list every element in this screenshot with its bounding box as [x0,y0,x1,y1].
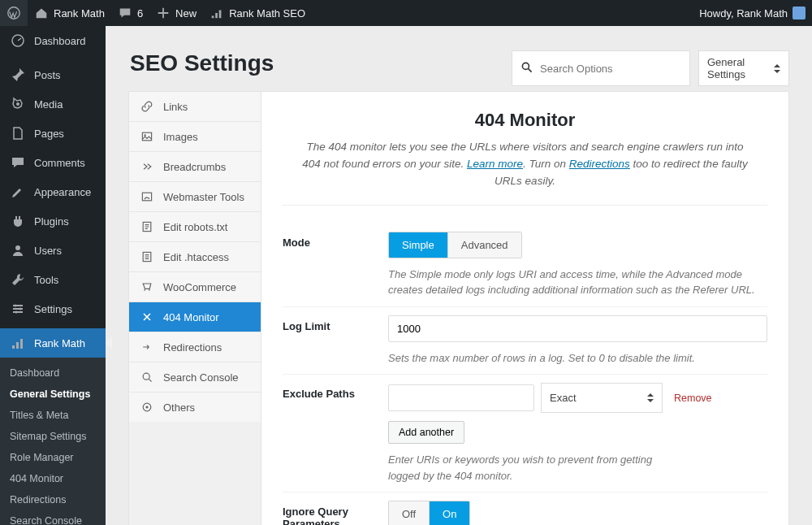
dashboard-icon [10,33,26,49]
menu-item-settings[interactable]: Settings [0,294,106,323]
exclude-match-select[interactable]: Exact [541,383,663,413]
menu-item-posts[interactable]: Posts [0,60,106,89]
link-icon [140,100,153,113]
tab-others[interactable]: Others [129,393,261,422]
redirections-link[interactable]: Redirections [569,158,630,170]
search-options[interactable] [512,50,690,86]
ignore-off[interactable]: Off [389,501,429,525]
htaccess-icon [140,250,153,263]
label-mode: Mode [283,232,388,249]
breadcrumb-icon [140,160,153,173]
site-name: Rank Math [54,7,105,20]
ignore-on[interactable]: On [429,501,469,525]
menu-item-comments[interactable]: Comments [0,148,106,177]
row-exclude: Exclude Paths Exact Remove Add another E… [283,375,767,492]
menu-item-plugins[interactable]: Plugins [0,206,106,236]
tab-label: Images [163,131,198,143]
learn-more-link[interactable]: Learn more [467,158,523,170]
tab-404-monitor[interactable]: 404 Monitor [129,302,261,332]
tab-webmaster-tools[interactable]: Webmaster Tools [129,182,261,212]
rankmath-icon [209,6,224,20]
search-input[interactable] [540,63,681,75]
mode-simple[interactable]: Simple [389,232,447,258]
wp-logo[interactable] [0,0,28,26]
admin-menu: DashboardPostsMediaPagesCommentsAppearan… [0,26,106,525]
settings-panel: 404 Monitor The 404 monitor lets you see… [261,91,789,525]
404-icon [140,310,153,323]
menu-item-users[interactable]: Users [0,236,106,265]
menu-item-media[interactable]: Media [0,89,106,119]
submenu-dashboard[interactable]: Dashboard [0,362,106,384]
row-log-limit: Log Limit Sets the max number of rows in… [283,307,767,375]
menu-item-dashboard[interactable]: Dashboard [0,26,106,55]
submenu-sitemap-settings[interactable]: Sitemap Settings [0,426,106,447]
tab-label: Others [163,401,195,414]
tab-label: Edit .htaccess [163,251,229,263]
submenu--monitor[interactable]: 404 Monitor [0,468,106,489]
svg-point-2 [16,102,19,106]
submenu-titles-meta[interactable]: Titles & Meta [0,405,106,426]
log-limit-input[interactable] [388,315,767,342]
menu-item-appearance[interactable]: Appearance [0,177,106,206]
wordpress-icon [6,6,21,20]
site-link[interactable]: Rank Math [28,0,111,26]
menu-label: Settings [34,303,72,315]
new-label: New [175,7,197,20]
menu-label: Comments [34,157,85,169]
tab-edit-robots-txt[interactable]: Edit robots.txt [129,212,261,242]
avatar [793,7,806,20]
ignore-toggle: Off On [388,501,470,525]
settings-dropdown[interactable]: General Settings [698,50,789,86]
tab-search-console[interactable]: Search Console [129,362,261,393]
remove-link[interactable]: Remove [674,393,712,404]
menu-label: Posts [34,69,61,81]
panel-heading: 404 Monitor [283,110,767,131]
submenu-general-settings[interactable]: General Settings [0,384,106,405]
svg-point-15 [145,406,148,408]
admin-bar: Rank Math 6 New Rank Math SEO Howdy, Ran… [0,0,812,26]
tab-breadcrumbs[interactable]: Breadcrumbs [129,152,261,182]
label-log: Log Limit [283,315,388,332]
exclude-path-input[interactable] [388,384,534,411]
others-icon [140,401,153,414]
desc-exclude: Enter URIs or keywords you wish to preve… [388,452,680,484]
mode-toggle: Simple Advanced [388,232,522,258]
tab-label: Search Console [163,371,239,384]
panel-intro: The 404 monitor lets you see the URLs wh… [298,139,753,190]
tab-redirections[interactable]: Redirections [129,332,261,362]
tab-label: Edit robots.txt [163,221,227,233]
greeting: Howdy, Rank Math [699,7,788,20]
new-link[interactable]: New [149,0,203,26]
webmaster-icon [140,190,153,203]
comments-link[interactable]: 6 [111,0,149,26]
plus-icon [156,6,171,20]
tab-label: Redirections [163,341,222,354]
account-link[interactable]: Howdy, Rank Math [693,0,812,26]
submenu-search-console[interactable]: Search Console [0,510,106,525]
add-another-button[interactable]: Add another [388,421,464,444]
rankmath-icon [10,335,26,351]
submenu-role-manager[interactable]: Role Manager [0,447,106,468]
chevron-sort-icon [647,390,654,406]
appearance-icon [10,184,26,200]
tab-links[interactable]: Links [129,92,261,122]
rankmath-submenu: DashboardGeneral SettingsTitles & MetaSi… [0,358,106,525]
console-icon [140,371,153,384]
svg-rect-8 [142,132,151,141]
desc-log: Sets the max number of rows in a log. Se… [388,350,767,367]
tab-label: WooCommerce [163,281,236,293]
media-icon [10,96,26,112]
rankmath-bar-link[interactable]: Rank Math SEO [203,0,312,26]
submenu-redirections[interactable]: Redirections [0,489,106,510]
label-ignore: Ignore Query Parameters [283,501,388,525]
tab-images[interactable]: Images [129,122,261,152]
mode-advanced[interactable]: Advanced [447,232,521,258]
menu-label: Dashboard [34,35,86,47]
svg-point-3 [15,245,20,250]
tab-woocommerce[interactable]: WooCommerce [129,272,261,302]
menu-item-tools[interactable]: Tools [0,265,106,294]
row-mode: Mode Simple Advanced The Simple mode onl… [283,223,767,307]
menu-item-rank-math[interactable]: Rank Math [0,328,106,358]
menu-item-pages[interactable]: Pages [0,119,106,148]
tab-edit-htaccess[interactable]: Edit .htaccess [129,242,261,272]
